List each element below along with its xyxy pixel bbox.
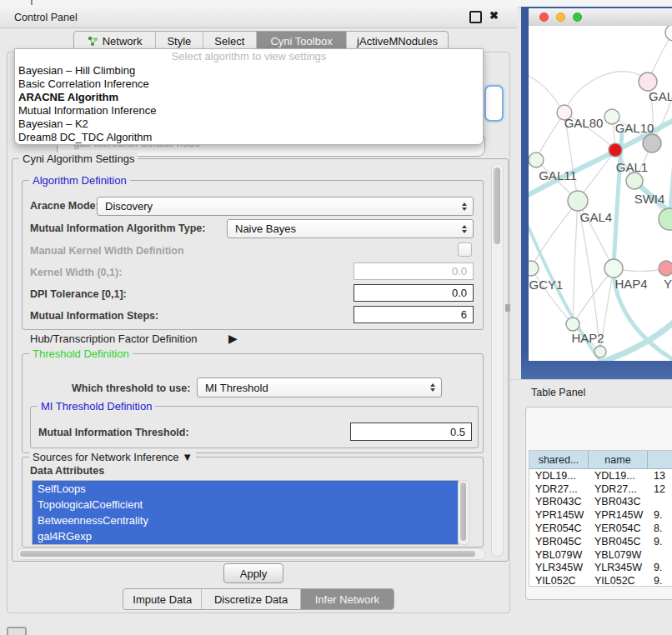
close-panel-icon[interactable]: ✖ bbox=[489, 9, 499, 22]
network-node[interactable] bbox=[626, 172, 643, 189]
table-panel-title: Table Panel bbox=[531, 387, 585, 398]
aracne-mode-combobox[interactable]: Discovery bbox=[97, 197, 474, 216]
mi-steps-label: Mutual Information Steps: bbox=[30, 310, 158, 322]
attribute-item[interactable]: BetweennessCentrality bbox=[33, 512, 458, 528]
tab-impute-data-label: Impute Data bbox=[133, 593, 192, 606]
network-node[interactable] bbox=[594, 346, 606, 358]
table-cell: YLR345W bbox=[589, 562, 648, 575]
network-node[interactable] bbox=[643, 134, 661, 152]
table-cell: YER054C bbox=[589, 522, 648, 535]
network-canvas[interactable]: GALGAL80GAL10GAL1GAL11GAL4GCY1HAP4YHAP2S… bbox=[529, 26, 672, 361]
settings-hscrollbar-thumb[interactable] bbox=[20, 551, 475, 557]
table-row[interactable]: YPR145WYPR145W9. bbox=[529, 508, 672, 522]
table-cell: YBR045C bbox=[529, 535, 589, 548]
threshold-definition-legend: Threshold Definition bbox=[29, 348, 133, 360]
tab-select[interactable]: Select bbox=[203, 32, 257, 50]
algorithm-combobox-focus-edge[interactable] bbox=[484, 85, 504, 122]
mac-close-icon[interactable] bbox=[539, 12, 549, 22]
dpi-tolerance-field[interactable]: 0.0 bbox=[354, 284, 474, 302]
network-node[interactable] bbox=[568, 191, 588, 211]
manual-kernel-width-checkbox[interactable] bbox=[458, 242, 472, 257]
attribute-item[interactable]: gal4RGexp bbox=[33, 528, 458, 544]
attributes-vertical-scrollbar[interactable] bbox=[458, 480, 469, 545]
table-cell: YDR27... bbox=[589, 482, 648, 496]
tab-select-label: Select bbox=[214, 35, 244, 48]
mi-algorithm-type-combobox[interactable]: Naive Bayes bbox=[227, 219, 474, 238]
apply-button[interactable]: Apply bbox=[223, 563, 283, 583]
algorithm-option[interactable]: Basic Correlation Inference bbox=[15, 78, 483, 91]
network-window-titlebar[interactable] bbox=[529, 8, 672, 27]
table-row[interactable]: YBR043CYBR043C bbox=[529, 496, 672, 509]
algorithm-dropdown: Select algorithm to view settings Bayesi… bbox=[14, 48, 484, 145]
network-node[interactable] bbox=[529, 152, 544, 168]
table-cell: YBR045C bbox=[589, 535, 648, 548]
mi-threshold-field[interactable]: 0.5 bbox=[350, 422, 472, 441]
network-node[interactable] bbox=[566, 318, 579, 331]
node-label: HAP2 bbox=[571, 331, 604, 345]
kernel-width-field[interactable]: 0.0 bbox=[354, 262, 474, 280]
node-label: GAL4 bbox=[580, 210, 612, 224]
table-row[interactable]: YBL079WYBL079W bbox=[529, 548, 672, 562]
network-window[interactable]: GALGAL80GAL10GAL1GAL11GAL4GCY1HAP4YHAP2S… bbox=[521, 7, 672, 379]
settings-horizontal-scrollbar[interactable] bbox=[17, 548, 485, 560]
tab-network[interactable]: Network bbox=[74, 32, 156, 50]
screen: Control Panel ✖ Network Style Select Cyn… bbox=[0, 0, 672, 635]
tab-jactivemnodules[interactable]: jActiveMNodules bbox=[347, 32, 448, 50]
settings-vertical-scrollbar[interactable] bbox=[491, 163, 504, 557]
algorithm-option[interactable]: Bayesian – Hill Climbing bbox=[15, 64, 483, 78]
mac-minimize-icon[interactable] bbox=[556, 12, 565, 22]
hub-definition-toggle-label[interactable]: Hub/Transcription Factor Definition bbox=[30, 332, 197, 345]
tab-discretize-data[interactable]: Discretize Data bbox=[202, 589, 300, 609]
tab-impute-data[interactable]: Impute Data bbox=[123, 589, 202, 609]
tab-infer-network[interactable]: Infer Network bbox=[301, 589, 394, 609]
network-node[interactable] bbox=[659, 261, 672, 276]
table-row[interactable]: YLR345WYLR345W9. bbox=[529, 562, 672, 575]
tab-cyni-toolbox[interactable]: Cyni Toolbox bbox=[257, 32, 347, 50]
network-node[interactable] bbox=[639, 72, 657, 91]
column-header[interactable]: shared... bbox=[529, 451, 589, 468]
network-node[interactable] bbox=[604, 259, 623, 278]
tab-network-label: Network bbox=[103, 35, 143, 48]
table-row[interactable]: YDR27...YDR27...12 bbox=[529, 482, 672, 496]
expand-right-icon[interactable]: ▶ bbox=[228, 332, 238, 345]
column-header[interactable]: name bbox=[589, 451, 648, 468]
attribute-item[interactable]: TopologicalCoefficient bbox=[33, 497, 458, 512]
algorithm-option[interactable]: Dream8 DC_TDC Algorithm bbox=[15, 131, 483, 144]
mi-steps-field[interactable]: 6 bbox=[354, 306, 474, 323]
collapse-down-icon[interactable]: ▼ bbox=[182, 451, 193, 463]
cyni-algorithm-settings-legend: Cyni Algorithm Settings bbox=[19, 152, 138, 165]
attributes-scrollbar-thumb[interactable] bbox=[460, 482, 466, 541]
bottom-tabbar: Impute Data Discretize Data Infer Networ… bbox=[123, 588, 394, 610]
column-header[interactable]: A bbox=[648, 451, 672, 468]
table-cell: YDR27... bbox=[529, 482, 589, 496]
mi-algorithm-type-value: Naive Bayes bbox=[235, 222, 296, 235]
table-cell: 9. bbox=[648, 574, 672, 587]
table-cell: 12 bbox=[648, 482, 672, 496]
network-node[interactable] bbox=[665, 26, 672, 41]
sources-legend-text: Sources for Network Inference bbox=[33, 451, 179, 463]
table-cell: YBR043C bbox=[589, 496, 648, 509]
network-node[interactable] bbox=[529, 261, 539, 276]
data-attributes-list[interactable]: SelfLoopsTopologicalCoefficientBetweenne… bbox=[32, 480, 459, 545]
settings-scrollbar-thumb[interactable] bbox=[494, 168, 500, 244]
which-threshold-combobox[interactable]: MI Threshold bbox=[197, 378, 442, 398]
node-label: GAL bbox=[649, 89, 672, 103]
algorithm-option[interactable]: Mutual Information Inference bbox=[15, 104, 483, 118]
table-row[interactable]: YDL19...YDL19...13 bbox=[529, 469, 672, 482]
node-label: SWI4 bbox=[634, 192, 665, 206]
network-node[interactable] bbox=[659, 208, 672, 230]
table-cell bbox=[648, 548, 672, 562]
table-row[interactable]: YER054CYER054C8. bbox=[529, 522, 672, 535]
network-node[interactable] bbox=[609, 143, 622, 157]
mac-zoom-icon[interactable] bbox=[573, 12, 582, 22]
node-label: GAL10 bbox=[615, 121, 654, 135]
minimized-panel-stub[interactable] bbox=[7, 627, 27, 635]
attribute-item[interactable]: SelfLoops bbox=[33, 481, 458, 497]
table-row[interactable]: YIL052CYIL052C9. bbox=[529, 574, 672, 587]
table-row[interactable]: YBR045CYBR045C9. bbox=[529, 535, 672, 548]
tab-style[interactable]: Style bbox=[156, 32, 203, 50]
algorithm-option[interactable]: ARACNE Algorithm bbox=[15, 91, 483, 104]
float-panel-icon[interactable] bbox=[469, 11, 482, 23]
algorithm-option[interactable]: Bayesian – K2 bbox=[15, 118, 483, 131]
panel-splitter-handle[interactable] bbox=[505, 304, 510, 312]
